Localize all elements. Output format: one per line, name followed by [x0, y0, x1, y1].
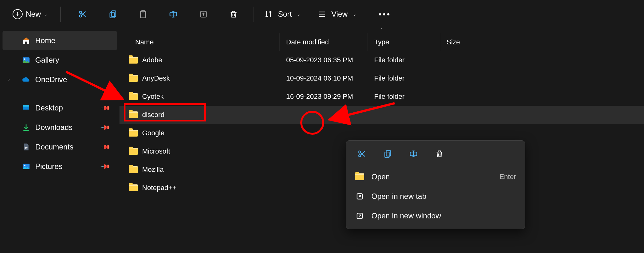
column-size[interactable]: Size: [440, 33, 644, 51]
folder-icon: [129, 93, 138, 100]
copy-icon: [108, 10, 117, 19]
sidebar-item-pictures[interactable]: Pictures 📌: [3, 157, 117, 176]
sidebar-item-downloads[interactable]: Downloads 📌: [3, 118, 117, 137]
chevron-down-icon: ⌄: [353, 12, 357, 17]
toolbar: + New ⌄ Sort ⌄ View ⌄ •••: [0, 0, 644, 28]
column-type[interactable]: Type: [368, 33, 440, 51]
sidebar-item-documents[interactable]: Documents 📌: [3, 137, 117, 157]
ctx-open-new-window[interactable]: Open in new window: [346, 206, 525, 226]
nav-label: Downloads: [35, 123, 73, 132]
svg-point-23: [359, 155, 361, 157]
pin-icon: 📌: [100, 142, 111, 153]
share-button[interactable]: [195, 5, 212, 23]
paste-button[interactable]: [134, 5, 152, 23]
nav-label: Documents: [35, 143, 73, 151]
cloud-icon: [22, 76, 30, 84]
copy-button[interactable]: [104, 5, 122, 23]
sort-label: Sort: [278, 10, 292, 19]
separator: [60, 7, 61, 22]
scroll-up-icon[interactable]: ⌃: [119, 28, 644, 33]
chevron-down-icon: ⌄: [44, 12, 48, 17]
rename-button[interactable]: [164, 5, 182, 23]
folder-icon: [129, 130, 138, 137]
trash-icon: [435, 149, 444, 158]
pictures-icon: [22, 162, 30, 171]
sidebar-item-gallery[interactable]: Gallery: [3, 50, 117, 70]
column-date[interactable]: Date modified: [280, 33, 368, 51]
svg-point-21: [24, 165, 25, 166]
shortcut-label: Enter: [499, 173, 516, 181]
svg-rect-26: [386, 151, 391, 156]
view-button[interactable]: View ⌄: [314, 5, 360, 23]
context-icon-bar: [346, 144, 525, 167]
folder-icon: [129, 166, 138, 173]
folder-open-icon: [355, 172, 364, 182]
nav-label: Desktop: [35, 104, 63, 112]
sidebar-item-onedrive[interactable]: › OneDrive: [3, 70, 117, 89]
share-icon: [199, 10, 208, 19]
main: Home Gallery › OneDrive Deskt: [0, 28, 644, 253]
sidebar-item-desktop[interactable]: Desktop 📌: [3, 98, 117, 118]
nav-label: Gallery: [35, 56, 59, 65]
folder-icon: [129, 75, 138, 82]
sidebar: Home Gallery › OneDrive Deskt: [0, 28, 119, 253]
pin-icon: 📌: [100, 161, 111, 172]
separator: [253, 7, 253, 22]
rename-icon: [409, 149, 418, 158]
file-row[interactable]: Google: [119, 124, 644, 142]
file-area: ⌃ Name Date modified Type Size Adobe 05-…: [119, 28, 644, 253]
scissors-icon: [358, 149, 366, 158]
clipboard-icon: [139, 10, 147, 19]
view-icon: [318, 10, 326, 19]
trash-icon: [229, 10, 238, 19]
ctx-open-new-tab[interactable]: Open in new tab: [346, 187, 525, 206]
svg-point-17: [24, 59, 25, 60]
desktop-icon: [22, 104, 30, 112]
gallery-icon: [22, 56, 30, 64]
pin-icon: 📌: [100, 122, 111, 133]
new-tab-icon: [355, 192, 364, 201]
new-label: New: [26, 10, 41, 19]
sort-button[interactable]: Sort ⌄: [260, 5, 304, 23]
downloads-icon: [22, 123, 30, 132]
rename-icon: [169, 10, 178, 19]
sort-icon: [264, 10, 273, 19]
pin-icon: 📌: [100, 103, 111, 114]
scissors-icon: [78, 10, 87, 19]
nav-label: OneDrive: [35, 75, 67, 84]
column-name[interactable]: Name: [119, 33, 280, 51]
ctx-copy-button[interactable]: [381, 147, 395, 161]
chevron-down-icon: ⌄: [297, 12, 301, 17]
delete-button[interactable]: [225, 5, 242, 23]
context-menu: Open Enter Open in new tab Open in new w…: [346, 140, 525, 229]
file-row[interactable]: AnyDesk 10-09-2024 06:10 PM File folder: [119, 69, 644, 87]
file-row[interactable]: Adobe 05-09-2023 06:35 PM File folder: [119, 51, 644, 69]
chevron-right-icon: ›: [8, 77, 10, 82]
annotation-box: [124, 103, 206, 121]
sidebar-item-home[interactable]: Home: [3, 31, 117, 50]
view-label: View: [331, 10, 348, 19]
annotation-circle: [300, 111, 324, 135]
cut-button[interactable]: [74, 5, 92, 23]
folder-icon: [129, 184, 138, 191]
ctx-cut-button[interactable]: [355, 147, 369, 161]
nav-label: Pictures: [35, 162, 63, 171]
svg-point-0: [80, 11, 82, 14]
folder-icon: [129, 57, 138, 64]
nav-label: Home: [35, 36, 55, 45]
new-window-icon: [355, 211, 364, 221]
more-button[interactable]: •••: [376, 5, 394, 23]
svg-rect-5: [110, 12, 114, 18]
svg-point-22: [359, 151, 361, 153]
documents-icon: [22, 143, 30, 151]
folder-icon: [129, 148, 138, 155]
copy-icon: [383, 149, 392, 158]
home-icon: [22, 37, 30, 45]
plus-icon: +: [13, 9, 23, 19]
new-button[interactable]: + New ⌄: [9, 5, 53, 23]
ctx-open[interactable]: Open Enter: [346, 167, 525, 187]
svg-rect-4: [111, 11, 116, 17]
ctx-delete-button[interactable]: [432, 147, 446, 161]
ctx-rename-button[interactable]: [407, 147, 420, 161]
svg-rect-19: [23, 105, 29, 106]
